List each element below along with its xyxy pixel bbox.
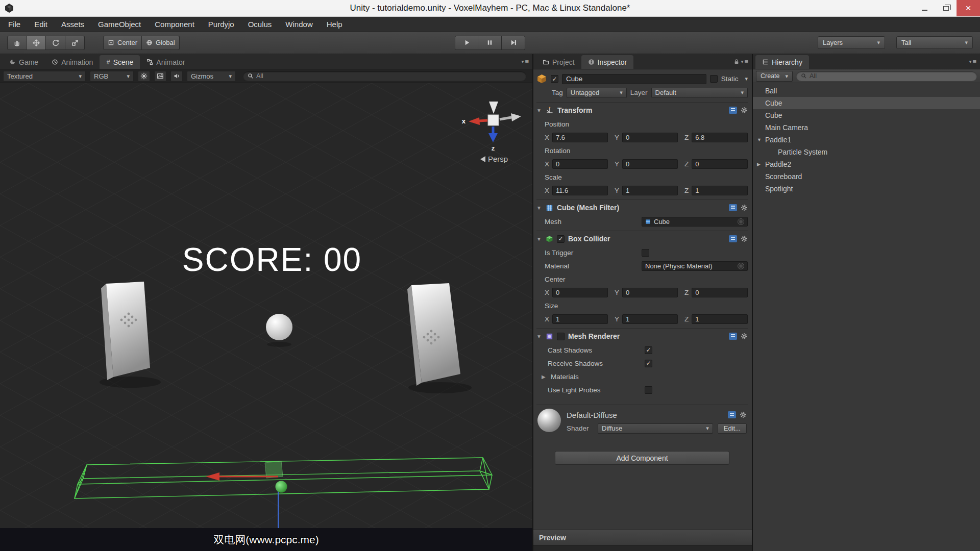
menu-edit[interactable]: Edit bbox=[34, 20, 47, 29]
help-doc-icon[interactable] bbox=[729, 333, 737, 340]
tab-scene[interactable]: # Scene bbox=[100, 55, 140, 69]
hierarchy-item-paddle1[interactable]: ▼ Paddle1 bbox=[753, 134, 980, 146]
draw-mode-dropdown[interactable]: Textured▾ bbox=[3, 71, 86, 82]
hierarchy-item-cube-selected[interactable]: Cube bbox=[753, 97, 980, 109]
lock-icon[interactable] bbox=[733, 58, 740, 65]
menu-help[interactable]: Help bbox=[327, 20, 342, 29]
mesh-renderer-enabled-checkbox[interactable] bbox=[557, 333, 565, 340]
mesh-renderer-header[interactable]: ▼ Mesh Renderer bbox=[536, 329, 748, 343]
scale-x-field[interactable]: 11.6 bbox=[552, 186, 608, 195]
scene-effects-toggle[interactable] bbox=[154, 71, 166, 82]
maximize-button[interactable] bbox=[935, 0, 957, 16]
help-doc-icon[interactable] bbox=[729, 107, 737, 114]
mesh-filter-header[interactable]: ▼ Cube (Mesh Filter) bbox=[536, 201, 748, 215]
gizmos-dropdown[interactable]: Gizmos▾ bbox=[187, 71, 236, 82]
tab-project[interactable]: Project bbox=[536, 55, 581, 69]
menu-file[interactable]: File bbox=[8, 20, 20, 29]
hierarchy-item-paddle2[interactable]: ▶ Paddle2 bbox=[753, 158, 980, 170]
rotation-x-field[interactable]: 0 bbox=[552, 159, 608, 169]
menu-purdyjo[interactable]: Purdyjo bbox=[208, 20, 234, 29]
help-doc-icon[interactable] bbox=[728, 411, 736, 418]
cast-shadows-checkbox[interactable]: ✓ bbox=[645, 346, 652, 354]
pivot-center-button[interactable]: Center bbox=[103, 36, 142, 50]
help-doc-icon[interactable] bbox=[729, 235, 737, 242]
position-x-field[interactable]: 7.6 bbox=[552, 133, 608, 142]
tab-animator[interactable]: Animator bbox=[140, 55, 191, 69]
help-doc-icon[interactable] bbox=[729, 204, 737, 211]
hierarchy-tab-menu[interactable]: ▾ ≡ bbox=[969, 58, 976, 65]
material-sphere-thumbnail[interactable] bbox=[537, 409, 561, 432]
foldout-open-icon[interactable]: ▼ bbox=[536, 108, 542, 113]
shader-edit-button[interactable]: Edit... bbox=[718, 423, 747, 434]
is-trigger-checkbox[interactable] bbox=[642, 249, 649, 257]
render-channel-dropdown[interactable]: RGB▾ bbox=[90, 71, 134, 82]
use-light-probes-checkbox[interactable] bbox=[645, 386, 652, 394]
foldout-open-icon[interactable]: ▼ bbox=[536, 334, 542, 339]
create-dropdown[interactable]: Create ▾ bbox=[756, 71, 793, 82]
rotate-tool-button[interactable] bbox=[46, 36, 65, 50]
materials-foldout[interactable]: ▶ Materials bbox=[536, 370, 748, 383]
center-x-field[interactable]: 0 bbox=[552, 288, 608, 297]
tab-animation[interactable]: Animation bbox=[45, 55, 100, 69]
minimize-button[interactable] bbox=[914, 0, 935, 16]
foldout-open-icon[interactable]: ▼ bbox=[536, 236, 542, 242]
persp-label[interactable]: Persp bbox=[488, 155, 508, 163]
object-name-field[interactable]: Cube bbox=[562, 74, 706, 84]
tab-game[interactable]: Game bbox=[3, 55, 45, 69]
object-picker-icon[interactable] bbox=[738, 263, 744, 269]
size-x-field[interactable]: 1 bbox=[552, 314, 608, 324]
step-button[interactable] bbox=[502, 36, 525, 50]
shader-dropdown[interactable]: Diffuse ▾ bbox=[598, 423, 713, 434]
receive-shadows-checkbox[interactable]: ✓ bbox=[645, 360, 652, 367]
layer-dropdown[interactable]: Default▾ bbox=[651, 88, 748, 98]
size-y-field[interactable]: 1 bbox=[622, 314, 678, 324]
foldout-open-icon[interactable]: ▼ bbox=[536, 205, 542, 211]
gear-icon[interactable] bbox=[741, 107, 748, 114]
scene-tab-menu[interactable]: ▾ ≡ bbox=[521, 58, 529, 65]
rotation-z-field[interactable]: 0 bbox=[692, 159, 748, 169]
tab-hierarchy[interactable]: Hierarchy bbox=[755, 55, 809, 69]
mesh-object-field[interactable]: Cube bbox=[642, 217, 748, 227]
inspector-tab-menu[interactable]: ▾ ≡ bbox=[733, 58, 748, 65]
center-z-field[interactable]: 0 bbox=[692, 288, 748, 297]
tag-dropdown[interactable]: Untagged▾ bbox=[567, 88, 627, 98]
play-button[interactable] bbox=[455, 36, 478, 50]
rotation-global-button[interactable]: Global bbox=[142, 36, 180, 50]
rotation-y-field[interactable]: 0 bbox=[622, 159, 678, 169]
tab-inspector[interactable]: Inspector bbox=[581, 55, 634, 69]
gizmo-center-handle[interactable] bbox=[276, 481, 287, 493]
menu-assets[interactable]: Assets bbox=[61, 20, 84, 29]
static-dropdown-arrow[interactable]: ▾ bbox=[745, 76, 748, 82]
layout-dropdown[interactable]: Tall▾ bbox=[896, 36, 973, 49]
object-picker-icon[interactable] bbox=[738, 218, 744, 225]
foldout-open-icon[interactable]: ▼ bbox=[757, 137, 762, 142]
position-y-field[interactable]: 0 bbox=[622, 133, 678, 142]
scale-tool-button[interactable] bbox=[65, 36, 85, 50]
scene-search-input[interactable]: All bbox=[243, 71, 526, 81]
gear-icon[interactable] bbox=[740, 411, 747, 418]
scale-z-field[interactable]: 1 bbox=[692, 186, 748, 195]
preview-bar[interactable]: Preview bbox=[533, 530, 752, 545]
transform-header[interactable]: ▼ Transform bbox=[536, 103, 748, 117]
move-tool-button[interactable] bbox=[27, 36, 46, 50]
size-z-field[interactable]: 1 bbox=[692, 314, 748, 324]
scene-audio-toggle[interactable] bbox=[170, 71, 183, 82]
orientation-x-axis[interactable] bbox=[479, 120, 487, 121]
add-component-button[interactable]: Add Component bbox=[555, 451, 729, 465]
scale-y-field[interactable]: 1 bbox=[622, 186, 678, 195]
active-checkbox[interactable]: ✓ bbox=[551, 75, 558, 83]
close-button[interactable]: × bbox=[957, 0, 980, 16]
menu-oculus[interactable]: Oculus bbox=[248, 20, 272, 29]
box-collider-header[interactable]: ▼ ✓ Box Collider bbox=[536, 232, 748, 246]
hand-tool-button[interactable] bbox=[7, 36, 27, 50]
hierarchy-item-spotlight[interactable]: Spotlight bbox=[753, 183, 980, 195]
pause-button[interactable] bbox=[478, 36, 502, 50]
scene-lighting-toggle[interactable] bbox=[138, 71, 150, 82]
physic-material-field[interactable]: None (Physic Material) bbox=[642, 261, 748, 271]
scene-viewport[interactable]: SCORE: 00 bbox=[0, 83, 532, 528]
static-checkbox[interactable] bbox=[710, 75, 718, 83]
hierarchy-item-cube[interactable]: Cube bbox=[753, 109, 980, 121]
foldout-closed-icon[interactable]: ▶ bbox=[757, 162, 761, 167]
layers-dropdown[interactable]: Layers▾ bbox=[818, 36, 885, 49]
box-collider-enabled-checkbox[interactable]: ✓ bbox=[557, 235, 565, 243]
